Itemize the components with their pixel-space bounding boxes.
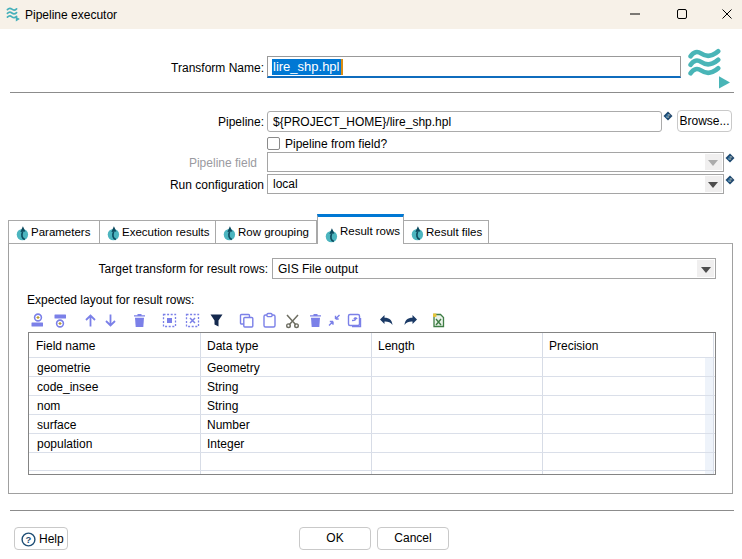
svg-text:?: ?: [26, 534, 32, 545]
